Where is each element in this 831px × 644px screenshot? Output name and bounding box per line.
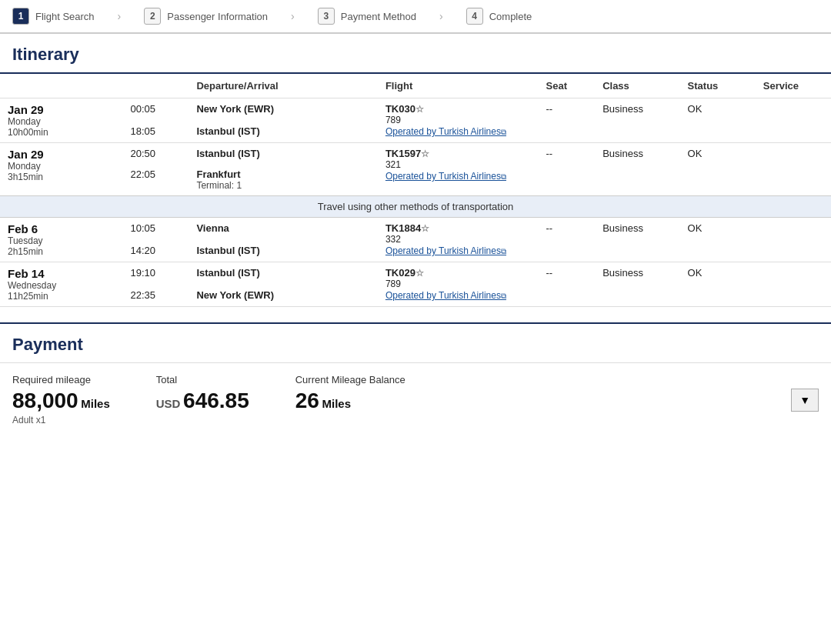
flight-number: TK1884☆ [385,222,531,234]
class-cell: Business [595,262,679,307]
itinerary-title: Itinerary [0,34,831,74]
flight-date-cell: Jan 29Monday3h15min [0,143,123,196]
col-header-seat: Seat [539,74,596,98]
service-cell [756,143,831,196]
departure-location: New York (EWR) [189,98,377,121]
step-num-4: 4 [466,8,483,25]
star-icon: ☆ [416,104,424,115]
nav-step-3[interactable]: 3 Payment Method [318,8,416,25]
external-link-icon: ⧉ [501,128,506,136]
arrival-location: Istanbul (IST) [189,121,377,143]
flight-number: TK1597☆ [385,148,531,159]
flight-info-cell: TK029☆789Operated by Turkish Airlines⧉ [378,262,539,307]
departure-city: Vienna [196,222,229,234]
class-cell: Business [595,218,679,262]
departure-time: 00:05 [123,98,189,121]
departure-location: Vienna [189,218,377,240]
operator-link[interactable]: Operated by Turkish Airlines⧉ [385,126,506,137]
class-cell: Business [595,143,679,196]
col-header-departure-arrival: Departure/Arrival [189,74,377,98]
arrival-location: Istanbul (IST) [189,240,377,262]
payment-mileage-col: Required mileage 88,000 Miles Adult x1 [12,374,110,425]
external-link-icon: ⧉ [501,172,506,181]
total-currency: USD [156,397,181,410]
departure-city: Istanbul (IST) [196,267,259,279]
dropdown-button[interactable]: ▼ [791,389,819,412]
external-link-icon: ⧉ [501,292,506,300]
flight-number: TK030☆ [385,103,531,115]
row-date: Jan 29 [8,148,115,161]
required-mileage-value: 88,000 Miles [12,389,110,413]
arrival-location: New York (EWR) [189,285,377,307]
payment-section: Payment Required mileage 88,000 Miles Ad… [0,322,831,436]
row-date: Feb 14 [8,267,115,280]
total-label: Total [156,374,249,385]
step-num-3: 3 [318,8,335,25]
seat-cell: -- [539,143,596,196]
balance-number: 26 [295,389,319,412]
step-num-2: 2 [144,8,161,25]
departure-location: Istanbul (IST) [189,262,377,285]
col-header-time [123,74,189,98]
col-header-flight: Flight [378,74,539,98]
row-date: Feb 6 [8,222,115,235]
service-cell [756,98,831,143]
nav-label-2: Passenger Information [167,11,268,22]
operator-link[interactable]: Operated by Turkish Airlines⧉ [385,171,506,182]
service-cell [756,262,831,307]
table-row: Feb 6Tuesday2h15min10:05ViennaTK1884☆332… [0,218,831,240]
flight-date-cell: Feb 6Tuesday2h15min [0,218,123,262]
itinerary-table: Departure/Arrival Flight Seat Class Stat… [0,74,831,307]
departure-time: 20:50 [123,143,189,165]
operator-link[interactable]: Operated by Turkish Airlines⧉ [385,290,506,301]
operator-link[interactable]: Operated by Turkish Airlines⧉ [385,245,506,256]
mileage-unit: Miles [81,397,110,410]
balance-unit: Miles [322,397,352,410]
separator-text: Travel using other methods of transporta… [0,196,831,218]
aircraft-type: 789 [385,115,531,125]
table-row: Jan 29Monday10h00min00:05New York (EWR)T… [0,98,831,121]
table-row: Feb 14Wednesday11h25min19:10Istanbul (IS… [0,262,831,285]
star-icon: ☆ [421,223,429,234]
step-num-1: 1 [12,8,29,25]
arrival-city: New York (EWR) [196,289,274,301]
flight-info-cell: TK030☆789Operated by Turkish Airlines⧉ [378,98,539,143]
nav-step-2[interactable]: 2 Passenger Information [144,8,268,25]
status-cell: OK [680,98,756,143]
seat-cell: -- [539,98,596,143]
nav-arrow-3: › [439,10,443,22]
seat-cell: -- [539,218,596,262]
arrival-city: Istanbul (IST) [196,125,259,137]
arrival-time: 14:20 [123,240,189,262]
arrival-location: FrankfurtTerminal: 1 [189,164,377,196]
seat-cell: -- [539,262,596,307]
row-day: Wednesday [8,280,115,291]
table-row: Jan 29Monday3h15min20:50Istanbul (IST)TK… [0,143,831,165]
nav-label-3: Payment Method [341,11,416,22]
status-cell: OK [680,218,756,262]
nav-step-4[interactable]: 4 Complete [466,8,532,25]
col-header-service: Service [756,74,831,98]
flight-info-cell: TK1884☆332Operated by Turkish Airlines⧉ [378,218,539,262]
arrival-time: 18:05 [123,121,189,143]
flight-info-cell: TK1597☆321Operated by Turkish Airlines⧉ [378,143,539,196]
required-mileage-label: Required mileage [12,374,110,385]
class-cell: Business [595,98,679,143]
row-day: Monday [8,161,115,172]
balance-label: Current Mileage Balance [295,374,405,385]
flight-date-cell: Feb 14Wednesday11h25min [0,262,123,307]
star-icon: ☆ [416,268,424,279]
navigation-bar: 1 Flight Search › 2 Passenger Informatio… [0,0,831,34]
mileage-number: 88,000 [12,389,78,412]
col-header-status: Status [680,74,756,98]
nav-step-1[interactable]: 1 Flight Search [12,8,95,25]
nav-label-1: Flight Search [35,11,95,22]
total-number: 646.85 [183,389,249,412]
aircraft-type: 789 [385,279,531,289]
arrival-time: 22:35 [123,285,189,307]
aircraft-type: 332 [385,234,531,245]
payment-balance-col: Current Mileage Balance 26 Miles [295,374,405,413]
status-cell: OK [680,262,756,307]
service-cell [756,218,831,262]
row-day: Tuesday [8,235,115,246]
